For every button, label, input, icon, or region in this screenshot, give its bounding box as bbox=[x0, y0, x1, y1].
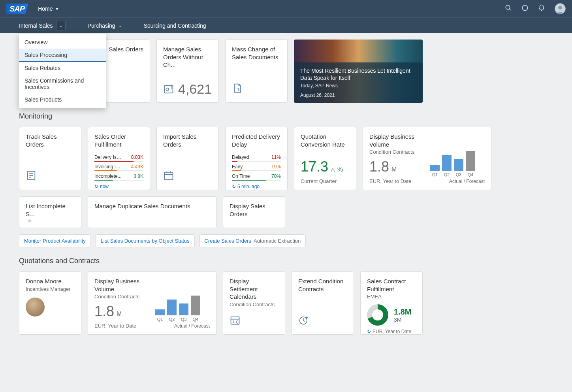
tile-title: Sales Order Fulfillment bbox=[94, 133, 143, 148]
svg-point-4 bbox=[558, 6, 562, 9]
tile-title: Import Sales Orders bbox=[163, 133, 212, 148]
person-money-icon: $ bbox=[26, 219, 34, 222]
document-money-icon: $ bbox=[232, 82, 281, 97]
monitoring-row-1: Track Sales Orders Sales Order Fulfillme… bbox=[19, 127, 553, 190]
refresh-line[interactable]: ↻ now bbox=[94, 184, 143, 189]
tile-kpi: 4,621 bbox=[178, 81, 212, 97]
subnav-label: Internal Sales bbox=[19, 23, 53, 29]
shell-right bbox=[505, 3, 566, 14]
search-icon[interactable] bbox=[505, 4, 512, 13]
tile-quotation-conversion[interactable]: Quotation Conversion Rate 17.3 △ % Curre… bbox=[294, 127, 356, 190]
chart-legend: Actual / Forecast bbox=[155, 323, 210, 329]
tile-title: Sales Contract Fulfillment bbox=[367, 277, 416, 293]
tile-title: Display Business Volume bbox=[94, 277, 149, 293]
news-title: The Most Resilient Businesses Let Intell… bbox=[300, 67, 416, 81]
tile-title: Display Sales Orders bbox=[230, 202, 278, 218]
chevron-down-icon[interactable]: ⌄ bbox=[56, 21, 66, 30]
tile-extend-condition[interactable]: Extend Condition Contracts bbox=[292, 271, 354, 335]
tile-mass-change[interactable]: Mass Change of Sales Documents $ bbox=[225, 40, 288, 103]
tile-track-sales-orders[interactable]: Track Sales Orders bbox=[19, 127, 81, 190]
link-pills: Monitor Product Availability List Sales … bbox=[19, 234, 553, 247]
tile-contract-fulfillment[interactable]: Sales Contract Fulfillment EMEA 1.8M 3M … bbox=[360, 271, 423, 335]
bar-column: Q4 bbox=[466, 151, 475, 177]
svg-text:€: € bbox=[236, 320, 238, 324]
tile-settlement-calendars[interactable]: Display Settlement Calendars Condition C… bbox=[223, 271, 285, 335]
user-avatar[interactable] bbox=[555, 3, 566, 14]
kpi-unit: % bbox=[337, 166, 343, 173]
home-button[interactable]: Home ▼ bbox=[38, 6, 59, 12]
bar-column: Q1 bbox=[155, 309, 165, 322]
tile-manage-without-charge[interactable]: Manage Sales Orders Without Ch... $ 4,62… bbox=[156, 40, 219, 103]
metrics-list: Delivery Iss...8.03KInvoicing Is...4.49K… bbox=[94, 152, 143, 181]
harvey-ball: 1.8M 3M bbox=[367, 304, 416, 326]
svg-text:$: $ bbox=[171, 85, 173, 89]
tile-footer: EUR, Year to Date bbox=[369, 178, 424, 184]
news-tile[interactable]: The Most Resilient Businesses Let Intell… bbox=[294, 40, 423, 103]
tile-title: Predicted Delivery Delay bbox=[232, 133, 281, 148]
svg-point-0 bbox=[506, 5, 510, 9]
subnav-purchasing[interactable]: Purchasing ⌄ bbox=[88, 23, 122, 29]
pill-create-sales-orders[interactable]: Create Sales Orders Automatic Extraction bbox=[199, 234, 306, 247]
tile-title: Display Settlement Calendars bbox=[230, 277, 278, 301]
calendar-import-icon bbox=[163, 170, 212, 184]
subnav-label: Purchasing bbox=[88, 23, 115, 29]
dropdown-menu: Overview Sales Processing Sales Rebates … bbox=[19, 34, 106, 108]
section-quotations: Quotations and Contracts bbox=[19, 257, 553, 265]
person-money-icon: $ bbox=[163, 84, 174, 95]
pill-label: Monitor Product Availability bbox=[24, 238, 86, 244]
bar-chart: Q1Q2Q3Q4 bbox=[430, 156, 485, 177]
bar-column: Q2 bbox=[442, 155, 452, 177]
dropdown-overview[interactable]: Overview bbox=[19, 36, 106, 49]
pill-monitor-availability[interactable]: Monitor Product Availability bbox=[19, 234, 91, 247]
refresh-icon: ↻ bbox=[94, 184, 98, 189]
metric-row: On Time70% bbox=[232, 173, 281, 181]
refresh-text: 5 min. ago bbox=[237, 184, 260, 189]
bar-column: Q4 bbox=[191, 296, 200, 322]
tile-person[interactable]: Donna Moore Incentives Manager bbox=[19, 271, 81, 335]
subnav-sourcing[interactable]: Sourcing and Contracting bbox=[144, 23, 206, 29]
tile-predicted-delivery-delay[interactable]: Predicted Delivery Delay Delayed11%Early… bbox=[225, 127, 288, 190]
copilot-icon[interactable] bbox=[521, 4, 529, 13]
sap-logo[interactable]: SAP bbox=[6, 4, 28, 14]
refresh-line[interactable]: ↻ 5 min. ago bbox=[232, 184, 281, 189]
list-icon bbox=[26, 170, 75, 184]
tile-sub: Condition Contracts bbox=[369, 149, 424, 155]
tile-title: Extend Condition Contracts bbox=[298, 277, 347, 293]
bar-column: Q1 bbox=[430, 165, 440, 177]
dropdown-sales-rebates[interactable]: Sales Rebates bbox=[19, 62, 106, 74]
notification-icon[interactable] bbox=[538, 4, 545, 13]
subnav-internal-sales[interactable]: Internal Sales ⌄ Overview Sales Processi… bbox=[19, 21, 66, 30]
metric-row: Invoicing Is...4.49K bbox=[94, 164, 143, 171]
refresh-icon[interactable]: ↻ bbox=[367, 329, 371, 334]
pill-sublabel: Automatic Extraction bbox=[254, 238, 301, 244]
dropdown-products[interactable]: Sales Products bbox=[19, 93, 106, 106]
svg-point-18 bbox=[29, 220, 30, 221]
metric-row: Delayed11% bbox=[232, 155, 281, 162]
tile-display-sales-orders[interactable]: Display Sales Orders bbox=[223, 196, 285, 228]
dropdown-sales-processing[interactable]: Sales Processing bbox=[19, 49, 106, 62]
svg-text:$: $ bbox=[30, 220, 31, 220]
monitoring-row-2: List Incomplete S... $ Manage Duplicate … bbox=[19, 196, 553, 228]
tile-title: Track Sales Orders bbox=[26, 133, 75, 148]
person-name: Donna Moore bbox=[26, 277, 75, 285]
tile-manage-duplicates[interactable]: Manage Duplicate Sales Documents bbox=[88, 196, 216, 228]
tile-kpi: 1.8 M bbox=[369, 158, 424, 175]
dropdown-commissions[interactable]: Sales Commissions and Incentives bbox=[19, 74, 106, 93]
person-avatar-icon bbox=[26, 298, 45, 317]
kpi-value: 1.8 bbox=[369, 158, 389, 175]
tile-list-incomplete[interactable]: List Incomplete S... $ bbox=[19, 196, 81, 228]
tile-business-volume[interactable]: Display Business Volume Condition Contra… bbox=[363, 127, 491, 190]
chevron-down-icon: ⌄ bbox=[119, 23, 122, 28]
bar-column: Q3 bbox=[179, 303, 188, 322]
tile-sales-order-fulfillment[interactable]: Sales Order Fulfillment Delivery Iss...8… bbox=[88, 127, 150, 190]
metric-row: Early19% bbox=[232, 164, 281, 171]
tile-business-volume-2[interactable]: Display Business Volume Condition Contra… bbox=[88, 271, 216, 335]
tile-title: Manage Duplicate Sales Documents bbox=[94, 202, 210, 210]
tile-title: Manage Sales Orders Without Ch... bbox=[163, 45, 212, 69]
tile-import-sales-orders[interactable]: Import Sales Orders bbox=[156, 127, 219, 190]
svg-rect-13 bbox=[165, 172, 173, 180]
news-overlay: The Most Resilient Businesses Let Intell… bbox=[294, 62, 423, 103]
quotations-row: Donna Moore Incentives Manager Display B… bbox=[19, 271, 553, 335]
tile-kpi: 1.8 M bbox=[94, 303, 149, 320]
pill-list-by-status[interactable]: List Sales Documents by Object Status bbox=[96, 234, 195, 247]
